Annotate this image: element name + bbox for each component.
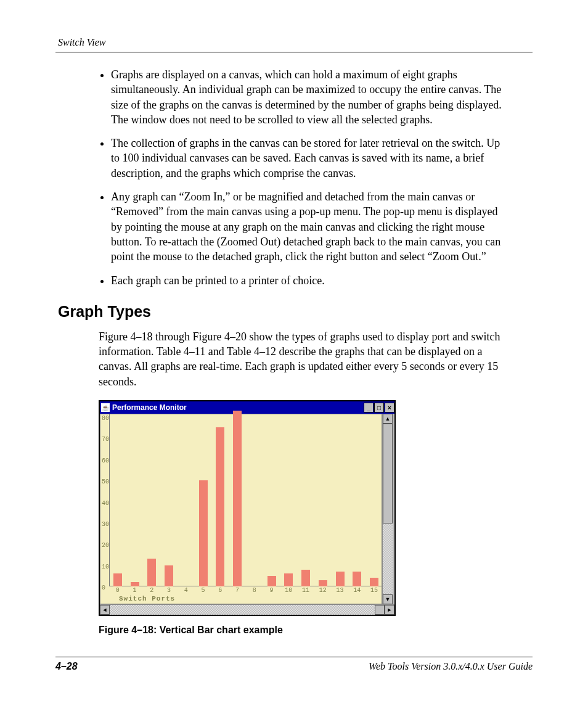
scroll-left-arrow-icon[interactable]: ◄ bbox=[100, 605, 110, 615]
x-tick: 11 bbox=[302, 587, 309, 594]
bar bbox=[284, 573, 293, 586]
bar bbox=[131, 582, 139, 586]
x-tick: 1 bbox=[133, 587, 137, 594]
x-tick: 5 bbox=[202, 587, 205, 594]
bar-chart-plot: Switch Ports 010203040506070800123456789… bbox=[100, 414, 382, 604]
horizontal-scrollbar[interactable]: ◄ ► bbox=[100, 604, 394, 615]
x-tick: 8 bbox=[253, 587, 256, 594]
section-heading-graph-types: Graph Types bbox=[58, 303, 533, 321]
page: Switch View Graphs are displayed on a ca… bbox=[0, 0, 588, 706]
performance-monitor-window: ☕ Performance Monitor _ □ × Switch Ports… bbox=[99, 400, 396, 616]
x-tick: 13 bbox=[337, 587, 344, 594]
close-button[interactable]: × bbox=[385, 403, 394, 413]
list-item: Graphs are displayed on a canvas, which … bbox=[111, 67, 505, 127]
section-paragraph: Figure 4–18 through Figure 4–20 show the… bbox=[99, 329, 518, 389]
x-tick: 7 bbox=[235, 587, 239, 594]
y-tick: 50 bbox=[102, 478, 119, 485]
x-tick: 4 bbox=[184, 587, 188, 594]
x-tick: 14 bbox=[353, 587, 361, 594]
bar bbox=[199, 480, 208, 586]
x-tick: 0 bbox=[116, 587, 120, 594]
scroll-down-arrow-icon[interactable]: ▼ bbox=[383, 594, 393, 604]
y-tick: 20 bbox=[102, 542, 119, 549]
x-tick: 2 bbox=[150, 587, 153, 594]
bar bbox=[165, 565, 173, 586]
window-title: Performance Monitor bbox=[112, 403, 187, 412]
vertical-scrollbar[interactable]: ▲ ▼ bbox=[382, 414, 393, 604]
bar bbox=[319, 580, 327, 586]
figure-4-18: ☕ Performance Monitor _ □ × Switch Ports… bbox=[99, 400, 394, 636]
page-number: 4–28 bbox=[55, 661, 78, 672]
y-tick: 40 bbox=[102, 499, 119, 506]
y-tick: 70 bbox=[102, 436, 119, 443]
bottom-rule bbox=[55, 657, 533, 657]
doc-title: Web Tools Version 3.0.x/4.0.x User Guide bbox=[369, 661, 533, 672]
x-tick: 9 bbox=[270, 587, 274, 594]
top-rule bbox=[55, 52, 533, 52]
figure-caption: Figure 4–18: Vertical Bar chart example bbox=[99, 625, 394, 636]
horizontal-scroll-thumb[interactable] bbox=[375, 605, 385, 615]
list-item: Each graph can be printed to a printer o… bbox=[111, 273, 505, 288]
maximize-button[interactable]: □ bbox=[374, 403, 384, 413]
x-tick: 6 bbox=[218, 587, 222, 594]
running-head: Switch View bbox=[55, 37, 533, 52]
bullet-list: Graphs are displayed on a canvas, which … bbox=[92, 67, 505, 288]
bar bbox=[353, 572, 361, 586]
bar bbox=[336, 572, 345, 586]
bar bbox=[216, 427, 224, 586]
bar bbox=[370, 578, 378, 586]
y-tick: 60 bbox=[102, 457, 119, 464]
bar bbox=[233, 411, 242, 586]
x-tick: 3 bbox=[167, 587, 171, 594]
y-tick: 80 bbox=[102, 415, 119, 422]
bar bbox=[301, 570, 310, 587]
bars-container bbox=[109, 414, 382, 586]
y-tick: 10 bbox=[102, 563, 119, 570]
x-axis-label: Switch Ports bbox=[119, 595, 175, 602]
bar bbox=[267, 576, 276, 586]
vertical-scroll-thumb[interactable] bbox=[383, 424, 393, 523]
minimize-button[interactable]: _ bbox=[364, 403, 374, 413]
java-cup-icon: ☕ bbox=[101, 403, 110, 412]
scroll-up-arrow-icon[interactable]: ▲ bbox=[383, 414, 393, 424]
bar bbox=[147, 559, 156, 586]
window-titlebar[interactable]: ☕ Performance Monitor _ □ × bbox=[100, 401, 394, 414]
scroll-right-arrow-icon[interactable]: ► bbox=[385, 605, 394, 615]
x-tick: 12 bbox=[319, 587, 327, 594]
y-tick: 30 bbox=[102, 520, 119, 527]
list-item: Any graph can “Zoom In,” or be magnified… bbox=[111, 189, 505, 264]
list-item: The collection of graphs in the canvas c… bbox=[111, 136, 505, 181]
x-tick: 10 bbox=[285, 587, 292, 594]
x-tick: 15 bbox=[370, 587, 378, 594]
page-footer: 4–28 Web Tools Version 3.0.x/4.0.x User … bbox=[55, 657, 533, 672]
